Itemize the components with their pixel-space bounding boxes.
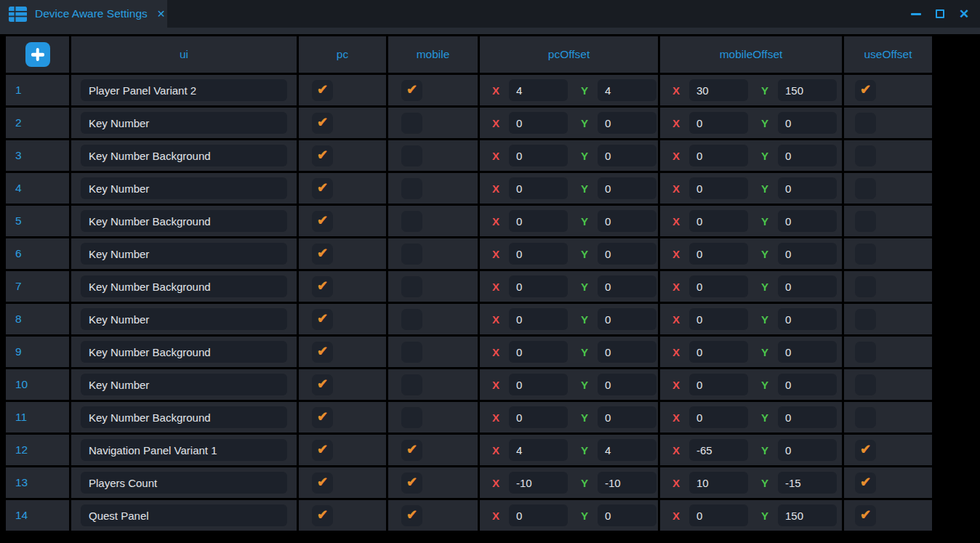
pc-offset-y-input[interactable] xyxy=(598,177,656,199)
pc-offset-x-input[interactable] xyxy=(509,439,568,461)
mobile-offset-x-input[interactable] xyxy=(689,145,748,166)
use-offset-checkbox[interactable]: ✔ xyxy=(855,145,876,166)
pc-checkbox[interactable]: ✔ xyxy=(312,505,333,526)
mobile-offset-x-input[interactable] xyxy=(689,177,748,199)
ui-name-input[interactable] xyxy=(81,112,287,134)
close-button[interactable]: ✕ xyxy=(958,8,970,20)
pc-checkbox[interactable]: ✔ xyxy=(312,374,333,395)
ui-name-input[interactable] xyxy=(81,472,287,494)
mobile-offset-y-input[interactable] xyxy=(778,177,837,199)
pc-offset-x-input[interactable] xyxy=(509,145,568,166)
pc-checkbox[interactable]: ✔ xyxy=(312,309,333,330)
pc-offset-y-input[interactable] xyxy=(598,145,656,166)
pc-offset-y-input[interactable] xyxy=(598,406,656,428)
mobile-offset-x-input[interactable] xyxy=(689,504,748,526)
mobile-offset-y-input[interactable] xyxy=(778,504,837,526)
use-offset-checkbox[interactable]: ✔ xyxy=(855,211,876,232)
mobile-offset-y-input[interactable] xyxy=(778,145,837,166)
ui-name-input[interactable] xyxy=(81,504,287,526)
mobile-offset-x-input[interactable] xyxy=(689,210,748,232)
mobile-offset-x-input[interactable] xyxy=(689,406,748,428)
pc-checkbox[interactable]: ✔ xyxy=(312,472,333,494)
ui-name-input[interactable] xyxy=(81,145,287,166)
mobile-checkbox[interactable]: ✔ xyxy=(401,440,422,461)
pc-checkbox[interactable]: ✔ xyxy=(312,342,333,363)
pc-checkbox[interactable]: ✔ xyxy=(312,276,333,297)
pc-offset-y-input[interactable] xyxy=(598,275,656,297)
mobile-offset-x-input[interactable] xyxy=(689,275,748,297)
use-offset-checkbox[interactable]: ✔ xyxy=(855,505,876,526)
pc-offset-x-input[interactable] xyxy=(509,341,568,363)
pc-offset-y-input[interactable] xyxy=(598,439,656,461)
ui-name-input[interactable] xyxy=(81,243,287,265)
mobile-offset-x-input[interactable] xyxy=(689,243,748,265)
tab-close-icon[interactable]: ✕ xyxy=(157,9,166,19)
pc-offset-x-input[interactable] xyxy=(509,243,568,265)
mobile-checkbox[interactable]: ✔ xyxy=(401,178,422,199)
use-offset-checkbox[interactable]: ✔ xyxy=(855,374,876,395)
ui-name-input[interactable] xyxy=(81,374,287,395)
pc-offset-y-input[interactable] xyxy=(598,504,656,526)
pc-offset-y-input[interactable] xyxy=(598,79,656,101)
mobile-offset-y-input[interactable] xyxy=(778,308,837,330)
mobile-offset-x-input[interactable] xyxy=(689,374,748,395)
ui-name-input[interactable] xyxy=(81,79,287,101)
pc-checkbox[interactable]: ✔ xyxy=(312,145,333,166)
mobile-offset-y-input[interactable] xyxy=(778,79,837,101)
pc-offset-x-input[interactable] xyxy=(509,406,568,428)
use-offset-checkbox[interactable]: ✔ xyxy=(855,309,876,330)
mobile-checkbox[interactable]: ✔ xyxy=(401,276,422,297)
use-offset-checkbox[interactable]: ✔ xyxy=(855,440,876,461)
mobile-checkbox[interactable]: ✔ xyxy=(401,342,422,363)
mobile-checkbox[interactable]: ✔ xyxy=(401,505,422,526)
pc-offset-x-input[interactable] xyxy=(509,275,568,297)
mobile-checkbox[interactable]: ✔ xyxy=(401,374,422,395)
mobile-offset-y-input[interactable] xyxy=(778,210,837,232)
minimize-button[interactable] xyxy=(910,8,922,20)
mobile-offset-x-input[interactable] xyxy=(689,79,748,101)
pc-offset-y-input[interactable] xyxy=(598,374,656,395)
mobile-checkbox[interactable]: ✔ xyxy=(401,244,422,265)
mobile-offset-y-input[interactable] xyxy=(778,243,837,265)
mobile-offset-x-input[interactable] xyxy=(689,472,748,494)
pc-offset-y-input[interactable] xyxy=(598,112,656,134)
use-offset-checkbox[interactable]: ✔ xyxy=(855,113,876,134)
ui-name-input[interactable] xyxy=(81,406,287,428)
mobile-offset-y-input[interactable] xyxy=(778,472,837,494)
mobile-offset-y-input[interactable] xyxy=(778,275,837,297)
ui-name-input[interactable] xyxy=(81,308,287,330)
mobile-checkbox[interactable]: ✔ xyxy=(401,472,422,494)
pc-offset-x-input[interactable] xyxy=(509,374,568,395)
pc-offset-x-input[interactable] xyxy=(509,177,568,199)
pc-checkbox[interactable]: ✔ xyxy=(312,440,333,461)
pc-checkbox[interactable]: ✔ xyxy=(312,244,333,265)
pc-offset-x-input[interactable] xyxy=(509,112,568,134)
mobile-checkbox[interactable]: ✔ xyxy=(401,145,422,166)
pc-offset-x-input[interactable] xyxy=(509,504,568,526)
mobile-offset-x-input[interactable] xyxy=(689,439,748,461)
pc-checkbox[interactable]: ✔ xyxy=(312,178,333,199)
pc-offset-x-input[interactable] xyxy=(509,79,568,101)
mobile-offset-x-input[interactable] xyxy=(689,308,748,330)
ui-name-input[interactable] xyxy=(81,341,287,363)
mobile-offset-y-input[interactable] xyxy=(778,341,837,363)
use-offset-checkbox[interactable]: ✔ xyxy=(855,178,876,199)
mobile-offset-y-input[interactable] xyxy=(778,374,837,395)
ui-name-input[interactable] xyxy=(81,210,287,232)
pc-offset-x-input[interactable] xyxy=(509,210,568,232)
use-offset-checkbox[interactable]: ✔ xyxy=(855,472,876,494)
pc-offset-y-input[interactable] xyxy=(598,341,656,363)
mobile-checkbox[interactable]: ✔ xyxy=(401,309,422,330)
ui-name-input[interactable] xyxy=(81,275,287,297)
tab-device-aware-settings[interactable]: Device Aware Settings ✕ xyxy=(0,0,167,28)
use-offset-checkbox[interactable]: ✔ xyxy=(855,407,876,428)
pc-checkbox[interactable]: ✔ xyxy=(312,407,333,428)
use-offset-checkbox[interactable]: ✔ xyxy=(855,244,876,265)
pc-checkbox[interactable]: ✔ xyxy=(312,211,333,232)
pc-offset-y-input[interactable] xyxy=(598,308,656,330)
mobile-checkbox[interactable]: ✔ xyxy=(401,80,422,101)
use-offset-checkbox[interactable]: ✔ xyxy=(855,342,876,363)
use-offset-checkbox[interactable]: ✔ xyxy=(855,276,876,297)
maximize-button[interactable] xyxy=(934,8,946,20)
mobile-offset-y-input[interactable] xyxy=(778,112,837,134)
